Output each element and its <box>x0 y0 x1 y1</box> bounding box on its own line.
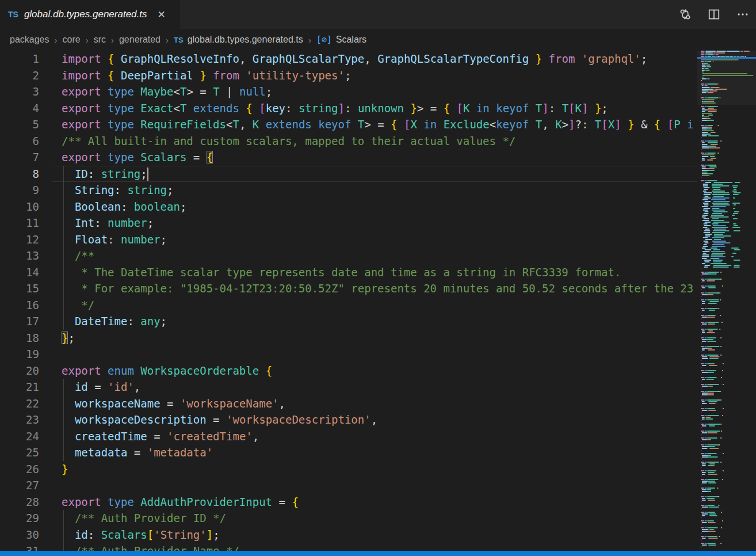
code-line[interactable]: 27 <box>0 477 697 494</box>
line-number[interactable]: 2 <box>0 67 39 84</box>
code-line[interactable]: 23 workspaceDescription = 'workspaceDesc… <box>0 412 697 428</box>
code-text: workspaceDescription = 'workspaceDescrip… <box>62 412 377 428</box>
minimap-slider[interactable] <box>697 51 756 105</box>
minimap[interactable] <box>697 51 756 551</box>
code-text: id = 'id', <box>62 379 140 395</box>
code-line[interactable]: 7export type Scalars = { <box>0 149 697 166</box>
line-number[interactable]: 8 <box>0 166 39 182</box>
breadcrumb-separator: › <box>111 35 114 45</box>
line-number[interactable]: 22 <box>0 395 39 412</box>
code-text: /** Auth Provider ID */ <box>62 510 226 527</box>
code-line[interactable]: 21 id = 'id', <box>0 379 697 395</box>
line-number[interactable]: 17 <box>0 313 39 330</box>
line-number[interactable]: 23 <box>0 412 39 428</box>
code-line[interactable]: 28export type AddAuthProviderInput = { <box>0 494 697 511</box>
line-number[interactable]: 6 <box>0 133 39 150</box>
breadcrumb-item-generated[interactable]: generated <box>119 35 161 45</box>
split-editor-icon[interactable] <box>707 7 721 22</box>
code-line[interactable]: 17 DateTime: any; <box>0 313 697 330</box>
code-line[interactable]: 30 id: Scalars['String']; <box>0 527 697 543</box>
line-number[interactable]: 1 <box>0 51 39 67</box>
breadcrumb-label: core <box>63 35 81 45</box>
code-text: export enum WorkspaceOrderable { <box>62 363 272 379</box>
line-number[interactable]: 30 <box>0 527 39 543</box>
breadcrumb-item-packages[interactable]: packages <box>10 35 49 45</box>
code-text: createdTime = 'createdTime', <box>62 428 259 445</box>
code-line[interactable]: 22 workspaceName = 'workspaceName', <box>0 395 697 412</box>
more-actions-icon[interactable] <box>735 7 750 22</box>
line-number[interactable]: 7 <box>0 149 39 166</box>
status-bar <box>0 551 756 556</box>
code-line[interactable]: 1import { GraphQLResolveInfo, GraphQLSca… <box>0 51 697 67</box>
code-text: Int: number; <box>62 215 154 231</box>
code-line[interactable]: 16 */ <box>0 297 697 314</box>
code-line[interactable]: 6/** All built-in and custom scalars, ma… <box>0 133 697 150</box>
line-number[interactable]: 13 <box>0 247 39 264</box>
code-text: export type RequireFields<T, K extends k… <box>62 116 694 133</box>
line-number[interactable]: 28 <box>0 494 39 511</box>
tab-global-db-types-generated-ts[interactable]: TS global.db.types.generated.ts ✕ <box>0 0 180 29</box>
breadcrumb-item-core[interactable]: core <box>63 35 81 45</box>
code-editor[interactable]: 1import { GraphQLResolveInfo, GraphQLSca… <box>0 51 697 551</box>
code-line[interactable]: 20export enum WorkspaceOrderable { <box>0 363 697 379</box>
code-text: export type AddAuthProviderInput = { <box>62 494 299 511</box>
code-line[interactable]: 2import { DeepPartial } from 'utility-ty… <box>0 67 697 84</box>
code-line[interactable]: 14 * The DateTime scalar type represents… <box>0 264 697 281</box>
text-cursor <box>147 167 148 181</box>
breadcrumb-item-src[interactable]: src <box>94 35 106 45</box>
code-line[interactable]: 18}; <box>0 330 697 346</box>
code-line[interactable]: 26} <box>0 461 697 478</box>
line-number[interactable]: 10 <box>0 199 39 215</box>
line-number[interactable]: 19 <box>0 346 39 363</box>
breadcrumb-separator: › <box>308 35 311 45</box>
breadcrumb-label: global.db.types.generated.ts <box>188 35 303 45</box>
code-line[interactable]: 3export type Maybe<T> = T | null; <box>0 83 697 100</box>
line-number[interactable]: 27 <box>0 477 39 494</box>
tab-bar: TS global.db.types.generated.ts ✕ <box>0 0 756 29</box>
code-line[interactable]: 8 ID: string; <box>0 166 697 182</box>
line-number[interactable]: 25 <box>0 444 39 461</box>
line-number[interactable]: 16 <box>0 297 39 314</box>
close-tab-icon[interactable]: ✕ <box>155 8 168 21</box>
code-text: DateTime: any; <box>62 313 167 330</box>
code-line[interactable]: 11 Int: number; <box>0 215 697 231</box>
line-number[interactable]: 31 <box>0 543 39 551</box>
line-number[interactable]: 24 <box>0 428 39 445</box>
code-line[interactable]: 25 metadata = 'metadata' <box>0 444 697 461</box>
code-text: id: Scalars['String']; <box>62 527 220 543</box>
code-line[interactable]: 13 /** <box>0 247 697 264</box>
line-number[interactable]: 12 <box>0 231 39 248</box>
code-line[interactable]: 9 String: string; <box>0 182 697 199</box>
code-line[interactable]: 29 /** Auth Provider ID */ <box>0 510 697 527</box>
symbol-type-icon: [⊘] <box>316 35 332 45</box>
open-changes-icon[interactable] <box>678 7 693 22</box>
line-number[interactable]: 20 <box>0 363 39 379</box>
code-text: /** Auth Provider Name */ <box>62 543 239 551</box>
typescript-file-icon: TS <box>8 10 18 19</box>
line-number[interactable]: 14 <box>0 264 39 281</box>
code-line[interactable]: 24 createdTime = 'createdTime', <box>0 428 697 445</box>
code-line[interactable]: 5export type RequireFields<T, K extends … <box>0 116 697 133</box>
line-number[interactable]: 21 <box>0 379 39 395</box>
line-number[interactable]: 18 <box>0 330 39 346</box>
code-line[interactable]: 15 * For example: "1985-04-12T23:20:50.5… <box>0 280 697 297</box>
code-line[interactable]: 31 /** Auth Provider Name */ <box>0 543 697 551</box>
minimap-current-line-marker <box>697 57 756 59</box>
line-number[interactable]: 15 <box>0 280 39 297</box>
breadcrumb-item-scalars[interactable]: [⊘]Scalars <box>316 35 366 45</box>
line-number[interactable]: 9 <box>0 182 39 199</box>
code-line[interactable]: 10 Boolean: boolean; <box>0 199 697 215</box>
code-line[interactable]: 19 <box>0 346 697 363</box>
breadcrumb-item-global-db-types-generated-ts[interactable]: TSglobal.db.types.generated.ts <box>174 35 303 45</box>
line-number[interactable]: 5 <box>0 116 39 133</box>
line-number[interactable]: 29 <box>0 510 39 527</box>
line-number[interactable]: 4 <box>0 100 39 117</box>
line-number[interactable]: 26 <box>0 461 39 478</box>
breadcrumbs: packages›core›src›generated›TSglobal.db.… <box>0 29 756 51</box>
code-text: /** All built-in and custom scalars, map… <box>62 133 516 150</box>
code-line[interactable]: 4export type Exact<T extends { [key: str… <box>0 100 697 117</box>
code-line[interactable]: 12 Float: number; <box>0 231 697 248</box>
line-number[interactable]: 11 <box>0 215 39 231</box>
line-number[interactable]: 3 <box>0 83 39 100</box>
breadcrumb-label: src <box>94 35 106 45</box>
